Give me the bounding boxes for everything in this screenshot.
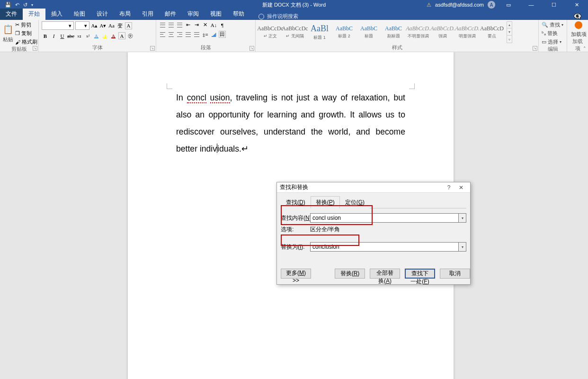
tab-review[interactable]: 审阅 [182, 9, 205, 20]
justify-button[interactable] [185, 31, 192, 38]
replace-all-button[interactable]: 全部替换(A) [370, 269, 400, 279]
tab-file[interactable]: 文件 [0, 9, 23, 20]
minimize-button[interactable]: ― [522, 0, 541, 9]
tab-layout[interactable]: 布局 [114, 9, 136, 20]
style-item[interactable]: AaBbCcD要点 [480, 21, 504, 43]
dialog-tab-replace[interactable]: 替换(P) [311, 196, 340, 208]
tab-help[interactable]: 帮助 [227, 9, 250, 20]
dialog-tab-goto[interactable]: 定位(G) [340, 196, 370, 208]
clipboard-dialog-launcher[interactable]: ↘ [33, 46, 37, 51]
ribbon-display-icon[interactable]: ▭ [499, 0, 518, 9]
bold-button[interactable]: B [42, 32, 49, 39]
sort-button[interactable]: A↓ [210, 21, 217, 28]
align-right-button[interactable] [176, 31, 183, 38]
tell-me-search[interactable]: 操作说明搜索 [250, 13, 298, 20]
close-button[interactable]: ✕ [567, 0, 586, 9]
find-next-button[interactable]: 查找下一处(F) [405, 269, 435, 279]
addins-button[interactable]: 加载项 [570, 21, 587, 38]
style-item[interactable]: AaBbCcD.明显强调 [455, 21, 479, 43]
replace-one-button[interactable]: 替换(R) [335, 269, 365, 279]
font-color-button[interactable]: A [110, 32, 117, 39]
text-effects-button[interactable]: A [93, 32, 100, 39]
style-item[interactable]: AaBbCcD.强调 [431, 21, 454, 43]
superscript-button[interactable]: x² [84, 32, 91, 39]
style-item[interactable]: AaBbCcD.不明显强调 [406, 21, 430, 43]
share-icon[interactable]: 👁‍🗨 [573, 12, 588, 20]
distributed-button[interactable] [193, 31, 200, 38]
paste-button[interactable]: 📋 粘贴 [3, 21, 13, 45]
bullets-button[interactable] [159, 21, 166, 28]
paragraph-dialog-launcher[interactable]: ↘ [249, 46, 254, 51]
styles-dialog-launcher[interactable]: ↘ [533, 46, 537, 51]
find-dropdown-icon[interactable]: ▾ [459, 213, 466, 223]
replace-with-input[interactable] [310, 242, 459, 252]
style-item[interactable]: AaBbC副标题 [382, 21, 405, 43]
dialog-help-button[interactable]: ? [443, 184, 455, 191]
asian-layout-button[interactable]: ✕ [202, 21, 209, 28]
highlight-button[interactable]: ab [101, 32, 108, 39]
show-marks-button[interactable]: ¶ [219, 21, 226, 28]
undo-icon[interactable]: ↶ [15, 2, 19, 8]
font-name-combo[interactable]: ▾ [42, 21, 74, 30]
spelling-error[interactable]: usion [210, 93, 230, 103]
document-content[interactable]: In concl usion, traveling is not just a … [176, 89, 405, 157]
shrink-font-button[interactable]: A▾ [99, 22, 107, 29]
dialog-close-button[interactable]: ✕ [455, 184, 467, 191]
tab-mailings[interactable]: 邮件 [159, 9, 182, 20]
spelling-error[interactable]: concl [187, 93, 206, 103]
tab-insert[interactable]: 插入 [45, 9, 68, 20]
increase-indent-button[interactable]: ⇥ [193, 21, 200, 28]
replace-button[interactable]: ᵇₐ替换 [542, 30, 564, 37]
account-email[interactable]: asdfsdf@afdssd.com [435, 2, 484, 8]
char-shading-button[interactable]: A [118, 32, 125, 39]
numbering-button[interactable] [168, 21, 175, 28]
style-item[interactable]: AaBl标题 1 [308, 21, 331, 43]
dialog-tab-find[interactable]: 查找(D) [281, 196, 311, 208]
subscript-button[interactable]: x₂ [76, 32, 83, 39]
char-border-button[interactable]: A [125, 22, 132, 29]
collapse-ribbon-icon[interactable]: ˄ [583, 46, 586, 52]
shading-button[interactable]: ◢ [210, 31, 217, 38]
style-label: 明显强调 [459, 33, 476, 39]
phonetic-guide-button[interactable]: 变 [116, 22, 124, 29]
qat-dropdown-icon[interactable]: ▾ [31, 3, 33, 7]
cut-button[interactable]: ✂剪切 [15, 21, 37, 28]
avatar[interactable]: A [488, 1, 495, 9]
style-item[interactable]: AaBbC标题 2 [332, 21, 356, 43]
multilevel-list-button[interactable] [176, 21, 183, 28]
tab-home[interactable]: 开始 [23, 9, 45, 20]
tab-design[interactable]: 设计 [91, 9, 114, 20]
enclose-char-button[interactable]: ㊛ [127, 32, 134, 39]
replace-dropdown-icon[interactable]: ▾ [459, 242, 466, 252]
font-dialog-launcher[interactable]: ↘ [150, 46, 155, 51]
style-item[interactable]: AaBbCcDc↵ 无间隔 [283, 21, 307, 43]
format-painter-button[interactable]: 🖌格式刷 [15, 38, 37, 45]
font-size-combo[interactable]: ▾ [75, 21, 89, 30]
style-item[interactable]: AaBbCcDc↵ 正文 [258, 21, 282, 43]
tab-view[interactable]: 视图 [205, 9, 227, 20]
underline-button[interactable]: U [59, 32, 66, 39]
borders-button[interactable]: 田 [219, 31, 226, 38]
tab-draw[interactable]: 绘图 [68, 9, 91, 20]
line-spacing-button[interactable]: ‡≡ [202, 31, 209, 38]
grow-font-button[interactable]: A▴ [91, 22, 98, 29]
change-case-button[interactable]: Aa [108, 22, 115, 29]
more-button[interactable]: 更多(M) >> [281, 269, 311, 279]
tab-references[interactable]: 引用 [136, 9, 159, 20]
align-left-button[interactable] [159, 31, 166, 38]
italic-button[interactable]: I [50, 32, 57, 39]
cancel-button[interactable]: 取消 [440, 269, 470, 279]
save-icon[interactable]: 💾 [5, 2, 11, 8]
strikethrough-button[interactable]: abc [67, 32, 74, 39]
redo-icon[interactable]: ↺ [23, 2, 27, 8]
styles-scroll[interactable]: ▴▾▿ [507, 21, 512, 43]
warning-icon[interactable]: ⚠ [427, 2, 431, 8]
copy-button[interactable]: ❐复制 [15, 30, 37, 37]
find-button[interactable]: 🔍查找▾ [542, 21, 564, 28]
maximize-button[interactable]: ☐ [544, 0, 563, 9]
align-center-button[interactable] [168, 31, 175, 38]
style-item[interactable]: AaBbC标题 [357, 21, 381, 43]
decrease-indent-button[interactable]: ⇤ [185, 21, 192, 28]
select-button[interactable]: ▭选择▾ [542, 38, 564, 45]
find-what-input[interactable] [310, 213, 459, 223]
